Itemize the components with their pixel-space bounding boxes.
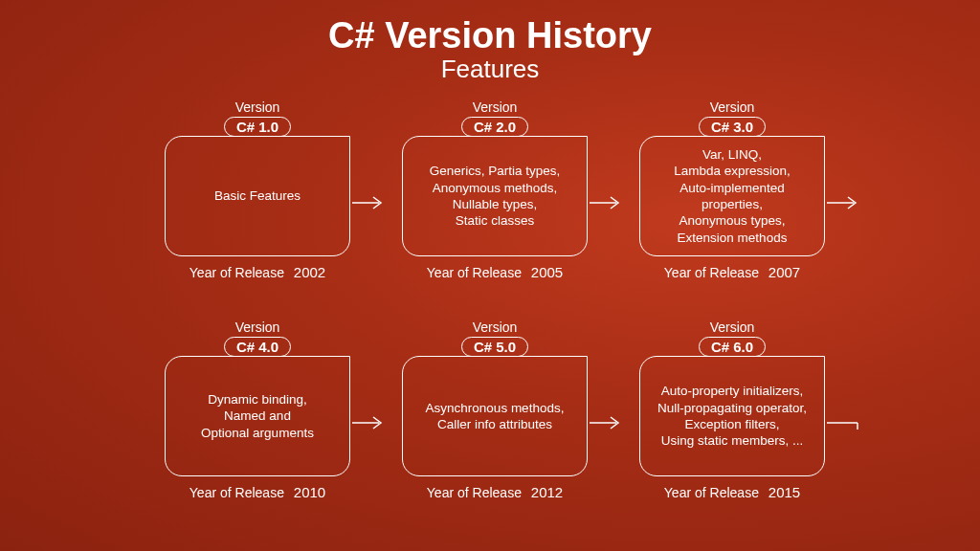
feature-box: Dynamic binding,Named andOptional argume… xyxy=(165,356,350,476)
arrow-right-icon xyxy=(827,195,859,210)
feature-box: Generics, Partia types,Anonymous methods… xyxy=(402,136,588,256)
version-label: Version xyxy=(147,99,368,115)
arrow-right-icon xyxy=(590,195,622,210)
feature-text: Auto-property initializers,Null-propagat… xyxy=(657,383,807,449)
feature-text: Var, LINQ,Lambda expression,Auto-impleme… xyxy=(650,146,814,246)
feature-text: Dynamic binding,Named andOptional argume… xyxy=(201,391,314,441)
version-cell: Version C# 5.0 Asynchronous methods,Call… xyxy=(385,318,605,528)
version-cell: Version C# 2.0 Generics, Partia types,An… xyxy=(385,98,605,308)
version-label: Version xyxy=(622,320,842,335)
release-label: Year of Release xyxy=(427,485,522,500)
release-year: 2010 xyxy=(294,484,325,500)
release-label: Year of Release xyxy=(189,485,284,500)
version-label: Version xyxy=(385,99,605,115)
release-row: Year of Release 2015 xyxy=(622,484,842,500)
feature-box: Basic Features xyxy=(165,136,350,256)
release-year: 2007 xyxy=(768,264,800,280)
release-row: Year of Release 2012 xyxy=(385,484,605,500)
version-label: Version xyxy=(385,320,605,335)
release-year: 2005 xyxy=(531,264,563,280)
release-year: 2015 xyxy=(768,484,800,500)
release-label: Year of Release xyxy=(189,265,284,280)
release-label: Year of Release xyxy=(664,265,759,280)
version-label: Version xyxy=(622,99,842,115)
release-row: Year of Release 2007 xyxy=(622,264,842,280)
version-grid: Version C# 1.0 Basic Features Year of Re… xyxy=(0,98,980,528)
header: C# Version History Features xyxy=(0,0,980,84)
release-row: Year of Release 2005 xyxy=(385,264,605,280)
version-pill: C# 5.0 xyxy=(461,337,528,357)
arrow-right-icon xyxy=(827,415,859,430)
version-pill: C# 4.0 xyxy=(224,337,291,357)
arrow-right-icon xyxy=(590,415,622,430)
page-title: C# Version History xyxy=(0,15,980,56)
feature-box: Asynchronous methods,Caller info attribu… xyxy=(402,356,588,476)
version-label: Version xyxy=(147,320,368,335)
version-cell: Version C# 6.0 Auto-property initializer… xyxy=(622,318,842,528)
version-cell: Version C# 4.0 Dynamic binding,Named and… xyxy=(147,318,368,528)
release-label: Year of Release xyxy=(427,265,522,280)
release-row: Year of Release 2010 xyxy=(147,484,368,500)
feature-text: Generics, Partia types,Anonymous methods… xyxy=(430,163,561,229)
feature-text: Basic Features xyxy=(214,187,301,204)
version-pill: C# 2.0 xyxy=(461,117,528,137)
feature-text: Asynchronous methods,Caller info attribu… xyxy=(426,400,565,433)
feature-box: Auto-property initializers,Null-propagat… xyxy=(639,356,825,476)
release-year: 2012 xyxy=(531,484,563,500)
version-pill: C# 6.0 xyxy=(699,337,766,357)
arrow-right-icon xyxy=(352,195,385,210)
version-pill: C# 1.0 xyxy=(224,117,291,137)
arrow-right-icon xyxy=(352,415,385,430)
version-cell: Version C# 1.0 Basic Features Year of Re… xyxy=(147,98,368,308)
release-year: 2002 xyxy=(294,264,325,280)
release-label: Year of Release xyxy=(664,485,759,500)
feature-box: Var, LINQ,Lambda expression,Auto-impleme… xyxy=(639,136,825,256)
release-row: Year of Release 2002 xyxy=(147,264,368,280)
page-subtitle: Features xyxy=(0,55,980,84)
version-pill: C# 3.0 xyxy=(699,117,766,137)
version-cell: Version C# 3.0 Var, LINQ,Lambda expressi… xyxy=(622,98,842,308)
